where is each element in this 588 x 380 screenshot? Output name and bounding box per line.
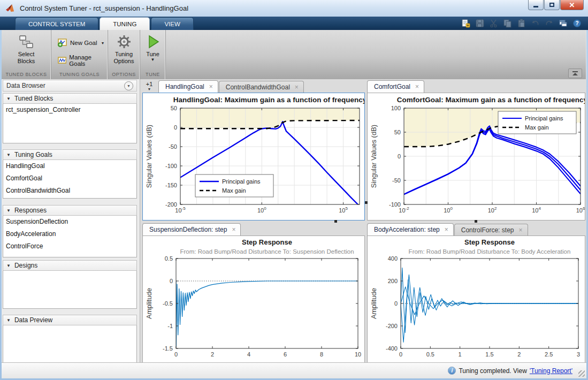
ribbon-tab-bar: CONTROL SYSTEMTUNINGVIEW ? [0,17,588,30]
plot-suspension-deflection[interactable]: 0246810-1.5-1-0.500.5Step ResponseFrom: … [142,235,365,364]
list-item[interactable]: SuspensionDeflection [3,216,136,228]
panel-body-acceleration: BodyAcceleration: step×ControlForce: ste… [367,223,585,364]
new-document-icon[interactable] [461,19,470,28]
collapse-triangle-icon: ▼ [6,263,11,268]
tab-close-icon[interactable]: × [445,227,448,232]
svg-text:100: 100 [391,105,401,111]
toolstrip-group-tuned-blocks: SelectBlocksTUNED BLOCKS [2,30,51,79]
select-blocks-button[interactable]: SelectBlocks [9,32,43,65]
plot-area: +1▼HandlingGoal×ControlBandwidthGoal× 10… [140,79,586,362]
svg-text:3: 3 [577,351,580,358]
section-list-tuning-goals: HandlingGoalComfortGoalControlBandwidthG… [3,160,137,199]
minimize-button[interactable] [528,0,544,10]
section-header-responses[interactable]: ▼Responses [3,205,137,216]
svg-text:-200: -200 [386,323,398,329]
tab-close-icon[interactable]: × [295,85,299,90]
tab-close-icon[interactable]: × [232,227,235,232]
svg-text:Step Response: Step Response [242,238,292,246]
chart-1: 10-2100102104106-100-50050100ComfortGoal… [368,93,585,218]
section-header-tuning-goals[interactable]: ▼Tuning Goals [3,149,137,160]
save-icon [475,19,484,28]
new-goal-button[interactable]: New Goal▼ [56,37,106,48]
matlab-logo-icon [5,4,16,13]
status-bar: i Tuning completed. View 'Tuning Report' [2,362,586,378]
list-item[interactable]: ControlBandwidthGoal [3,185,136,197]
svg-text:2.5: 2.5 [545,351,553,358]
chart-2: 0246810-1.5-1-0.500.5Step ResponseFrom: … [143,236,364,362]
svg-text:50: 50 [394,129,401,135]
tune-button[interactable]: Tune▼ [140,32,165,62]
plot-body-acceleration[interactable]: 00.511.522.53-400-2000200400Step Respons… [367,235,585,364]
maximize-button[interactable] [544,0,560,10]
svg-text:-0.5: -0.5 [163,300,173,307]
section-header-tuned-blocks[interactable]: ▼Tuned Blocks [3,93,137,104]
svg-text:1.5: 1.5 [485,351,493,358]
list-item[interactable]: ControlForce [3,240,136,253]
plot-tab-bodyacceleration-step[interactable]: BodyAcceleration: step× [367,223,454,235]
plot-tab-suspensiondeflection-step[interactable]: SuspensionDeflection: step× [142,223,241,235]
svg-text:0: 0 [174,124,177,131]
chevron-down-icon: ▼ [148,87,151,92]
panel-suspension-deflection: SuspensionDeflection: step× 0246810-1.5-… [142,223,365,364]
svg-text:-1.5: -1.5 [163,345,173,352]
help-icon[interactable]: ? [572,19,582,28]
ribbon-tab-view[interactable]: VIEW [151,17,193,30]
splitter-handle[interactable] [365,201,368,204]
plot-tab-controlbandwidthgoal[interactable]: ControlBandwidthGoal× [219,81,304,93]
tuning-report-link[interactable]: 'Tuning Report' [530,367,572,375]
manage-goals-button[interactable]: Manage Goals [56,53,108,68]
plot-tab-comfortgoal[interactable]: ComfortGoal× [367,80,424,93]
blocks-icon [18,34,34,50]
svg-text:1: 1 [459,351,462,358]
tab-close-icon[interactable]: × [518,227,522,233]
section-header-data-preview[interactable]: ▼Data Preview [3,315,137,325]
toolstrip: SelectBlocksTUNED BLOCKSNew Goal▼Manage … [2,30,586,79]
collapse-ribbon-icon [572,71,578,72]
svg-text:Amplitude: Amplitude [370,288,378,319]
ribbon-tab-control-system[interactable]: CONTROL SYSTEM [15,17,98,30]
ribbon-tab-tuning[interactable]: TUNING [100,17,150,30]
tab-close-icon[interactable]: × [415,84,419,89]
collapse-ribbon-button[interactable] [568,69,582,78]
group-label: TUNE [140,71,165,79]
list-item[interactable]: BodyAcceleration [3,228,136,240]
tab-overflow-button[interactable]: +1▼ [142,81,156,93]
plot-tab-handlinggoal[interactable]: HandlingGoal× [158,80,218,93]
list-item[interactable]: rct_suspension_Controller [3,104,136,116]
svg-text:-150: -150 [165,182,177,188]
windows-icon[interactable] [559,19,568,28]
quick-access-toolbar: ? [461,18,582,29]
tuning-options-button[interactable]: TuningOptions [108,32,140,65]
play-icon [145,34,161,50]
list-item[interactable]: HandlingGoal [3,160,136,172]
app-content: SelectBlocksTUNED BLOCKSNew Goal▼Manage … [2,30,586,378]
data-browser-header: Data Browser ▼ [3,80,137,92]
close-button[interactable]: ✕ [560,0,584,10]
svg-text:-1: -1 [167,323,173,329]
collapse-triangle-icon: ▼ [6,96,11,101]
data-browser-title: Data Browser [6,82,45,89]
plot-handling-goal[interactable]: 10-5100105-200-150-100-50050HandlingGoal… [142,93,365,221]
section-list-responses: SuspensionDeflectionBodyAccelerationCont… [3,216,137,257]
plot-tab-controlforce-step[interactable]: ControlForce: step× [454,224,528,235]
close-icon: ✕ [569,1,575,9]
svg-text:-100: -100 [165,163,177,169]
list-item[interactable]: ComfortGoal [3,172,136,185]
data-browser-menu-button[interactable]: ▼ [124,81,133,90]
svg-text:HandlingGoal: Maximum gain as: HandlingGoal: Maximum gain as a function… [173,96,364,104]
undo-icon [531,19,540,28]
maximize-icon [549,3,554,7]
svg-text:Principal gains: Principal gains [525,115,563,121]
new-goal-icon [58,39,67,47]
svg-text:ComfortGoal: Maximum gain as a: ComfortGoal: Maximum gain as a function … [397,96,585,104]
section-header-designs[interactable]: ▼Designs [3,260,137,271]
tab-close-icon[interactable]: × [209,84,213,89]
plot-comfort-goal[interactable]: 10-2100102104106-100-50050100ComfortGoal… [367,93,585,221]
splitter-handle[interactable] [334,220,337,223]
svg-text:From: Road Bump/Road Disturban: From: Road Bump/Road Disturbance To: Bod… [409,248,571,255]
resize-grip[interactable] [578,370,585,377]
splitter-handle[interactable] [475,220,477,223]
svg-text:Principal gains: Principal gains [222,178,261,185]
paste-icon [517,19,526,28]
title-bar[interactable]: Control System Tuner - rct_suspension - … [0,0,588,17]
